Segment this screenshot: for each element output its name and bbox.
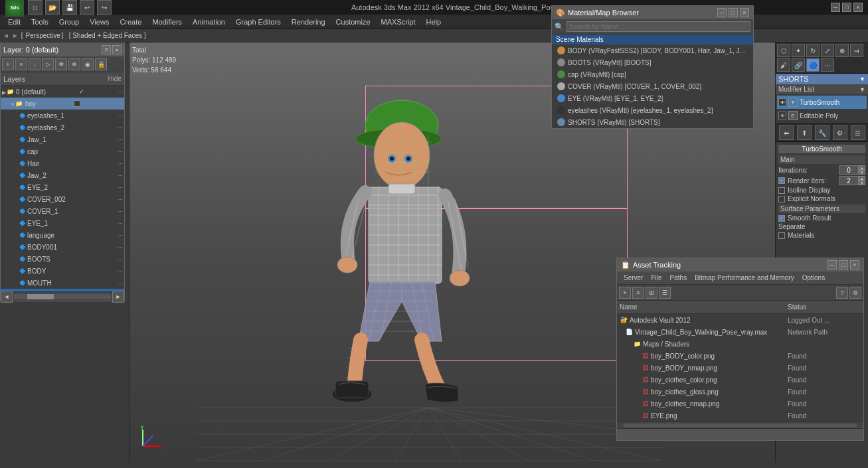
rp-icon-rotate[interactable]: ↻	[806, 44, 820, 57]
at-maximize[interactable]: □	[839, 260, 848, 270]
tool-btn-5[interactable]: ☰	[851, 125, 865, 140]
tool-btn-3[interactable]: 🔧	[815, 125, 829, 140]
layer-item-language[interactable]: 🔷 language ···	[1, 229, 124, 241]
tool-btn-2[interactable]: ⬆	[797, 125, 812, 140]
ts-smooth-checkbox[interactable]: ✓	[778, 215, 785, 222]
ts-render-checkbox[interactable]: ✓	[778, 177, 785, 184]
ts-isoline-checkbox[interactable]	[778, 187, 785, 194]
layer-item-cap[interactable]: 🔷 cap ···	[1, 145, 124, 157]
at-tb-detail[interactable]: ☰	[659, 287, 671, 299]
rp-icon-mirror[interactable]: ⫤	[850, 44, 863, 57]
rp-icon-scale[interactable]: ⤢	[821, 44, 834, 57]
menu-tools[interactable]: Tools	[26, 17, 54, 27]
close-btn[interactable]: ×	[853, 3, 863, 12]
at-menu-file[interactable]: File	[647, 273, 665, 283]
at-menu-server[interactable]: Server	[620, 273, 647, 283]
ts-iter-input[interactable]	[839, 165, 859, 175]
layer-item-body[interactable]: 🔷 BODY ···	[1, 265, 124, 277]
shorts-dropdown-arrow[interactable]: ▼	[859, 76, 865, 82]
ts-render-up[interactable]: ▲	[859, 176, 865, 181]
at-row-clothes-nmap[interactable]: 🖼 boy_clothes_nmap.png Found	[617, 398, 863, 410]
at-menu-paths[interactable]: Paths	[666, 273, 691, 283]
ts-iter-up[interactable]: ▲	[859, 165, 865, 170]
menu-group[interactable]: Group	[54, 17, 85, 27]
menu-create[interactable]: Create	[114, 17, 147, 27]
tb-open[interactable]: 📂	[45, 0, 60, 15]
at-close[interactable]: ×	[850, 260, 859, 270]
menu-edit[interactable]: Edit	[3, 17, 26, 27]
layers-btn-hide[interactable]: 👁	[55, 58, 67, 70]
at-row-body-nmap[interactable]: 🖼 boy_BODY_nmap.png Found	[617, 362, 863, 374]
scroll-track[interactable]	[14, 294, 111, 299]
mat-item-boots[interactable]: BOOTS (VRayMtl) [BOOTS]	[552, 56, 753, 68]
scroll-right-btn[interactable]: ►	[112, 291, 124, 303]
mat-item-eye[interactable]: EYE (VRayMtl) [EYE_1, EYE_2]	[552, 92, 753, 104]
layers-btn-select[interactable]: ▷	[42, 58, 54, 70]
nav-arrow-left[interactable]: ◄	[3, 32, 9, 39]
mat-item-eyelashes[interactable]: eyelashes (VRayMtl) [eyelashes_1, eyelas…	[552, 104, 753, 116]
scroll-thumb[interactable]	[27, 294, 54, 299]
mat-item-cap[interactable]: cap (VRayMtl) [cap]	[552, 68, 753, 80]
ts-iter-down[interactable]: ▼	[859, 170, 865, 175]
layer-item-jaw2[interactable]: 🔷 Jaw_2 ···	[1, 169, 124, 181]
ts-explicit-checkbox[interactable]	[778, 196, 785, 202]
layer-item-boots[interactable]: 🔷 BOOTS ···	[1, 253, 124, 265]
layers-close-btn[interactable]: ×	[112, 45, 122, 54]
layer-item-eye2[interactable]: 🔷 EYE_2 ···	[1, 181, 124, 193]
minimize-btn[interactable]: ─	[831, 3, 840, 12]
rp-icon-paint[interactable]: 🖌	[777, 58, 790, 72]
at-tb-help[interactable]: ?	[836, 287, 848, 299]
rp-icon-pivot[interactable]: ⊕	[835, 44, 849, 57]
at-menu-bitmap[interactable]: Bitmap Performance and Memory	[691, 273, 798, 283]
at-minimize[interactable]: ─	[827, 260, 837, 270]
layers-btn-freeze[interactable]: ❄	[68, 58, 80, 70]
at-row-clothes-color[interactable]: 🖼 boy_clothes_color.png Found	[617, 374, 863, 386]
modifier-list-arrow[interactable]: ▼	[859, 86, 865, 93]
layer-item-eye1[interactable]: 🔷 EYE_1 ···	[1, 217, 124, 229]
modifier-editablepoly[interactable]: 👁 E Editable Poly	[777, 109, 867, 122]
scroll-left-btn[interactable]: ◄	[1, 291, 13, 303]
at-tb-grid[interactable]: ⊞	[646, 287, 657, 299]
layer-item-cover1[interactable]: 🔷 COVER_1 ···	[1, 205, 124, 217]
at-row-maxfile[interactable]: 📄 Vintage_Child_Boy_Walking_Pose_vray.ma…	[617, 326, 863, 338]
layer-item-eyelashes2[interactable]: 🔷 eyelashes_2 ···	[1, 121, 124, 133]
layer-item-eyelashes1[interactable]: 🔷 eyelashes_1 ···	[1, 110, 124, 121]
at-row-eye[interactable]: 🖼 EYE.png Found	[617, 410, 863, 422]
layer-item-cover002[interactable]: 🔷 COVER_002 ···	[1, 193, 124, 205]
layers-btn-delete[interactable]: ×	[15, 58, 27, 70]
ts-materials-checkbox[interactable]	[778, 232, 785, 239]
menu-maxscript[interactable]: MAXScript	[376, 17, 421, 27]
at-tb-list[interactable]: ≡	[632, 287, 644, 299]
layers-btn-add[interactable]: ↓	[29, 58, 41, 70]
at-row-body-color[interactable]: 🖼 boy_BODY_color.png Found	[617, 350, 863, 362]
at-row-maps[interactable]: 📁 Maps / Shaders	[617, 338, 863, 350]
at-row-clothes-gloss[interactable]: 🖼 boy_clothes_gloss.png Found	[617, 386, 863, 398]
tool-btn-4[interactable]: ⚙	[833, 125, 847, 140]
at-search-input-bar[interactable]	[617, 428, 863, 440]
menu-rendering[interactable]: Rendering	[286, 17, 331, 27]
menu-animation[interactable]: Animation	[187, 17, 230, 27]
maximize-btn[interactable]: □	[842, 3, 851, 12]
tool-btn-1[interactable]: ⬅	[779, 125, 794, 140]
layers-btn-create[interactable]: +	[2, 58, 14, 70]
menu-help[interactable]: Help	[421, 17, 447, 27]
layers-btn-lock[interactable]: 🔒	[95, 58, 107, 70]
mat-item-shorts[interactable]: SHORTS (VRayMtl) [SHORTS]	[552, 116, 753, 128]
layers-question-btn[interactable]: ?	[102, 45, 111, 54]
menu-views[interactable]: Views	[84, 17, 114, 27]
at-scrollbar[interactable]	[617, 422, 863, 428]
ts-render-down[interactable]: ▼	[859, 181, 865, 185]
layer-item-boy[interactable]: 📁 boy ···	[1, 98, 124, 110]
menu-graph-editors[interactable]: Graph Editors	[230, 17, 286, 27]
tb-save[interactable]: 💾	[62, 0, 77, 15]
layer-item-mouth[interactable]: 🔷 MOUTH ···	[1, 277, 124, 289]
modifier-eye-ep[interactable]: 👁	[778, 112, 786, 119]
tb-undo[interactable]: ↩	[80, 0, 94, 15]
at-scrollbar-track[interactable]	[624, 424, 857, 428]
tb-new[interactable]: □	[28, 0, 43, 15]
at-row-vault[interactable]: 🔐 Autodesk Vault 2012 Logged Out ...	[617, 314, 863, 326]
tb-redo[interactable]: ↪	[97, 0, 112, 15]
layer-item-default[interactable]: 📁 0 (default) ✓ ···	[1, 86, 124, 98]
layer-item-jaw1[interactable]: 🔷 Jaw_1 ···	[1, 133, 124, 145]
layer-scroll[interactable]: ◄ ►	[1, 291, 124, 301]
